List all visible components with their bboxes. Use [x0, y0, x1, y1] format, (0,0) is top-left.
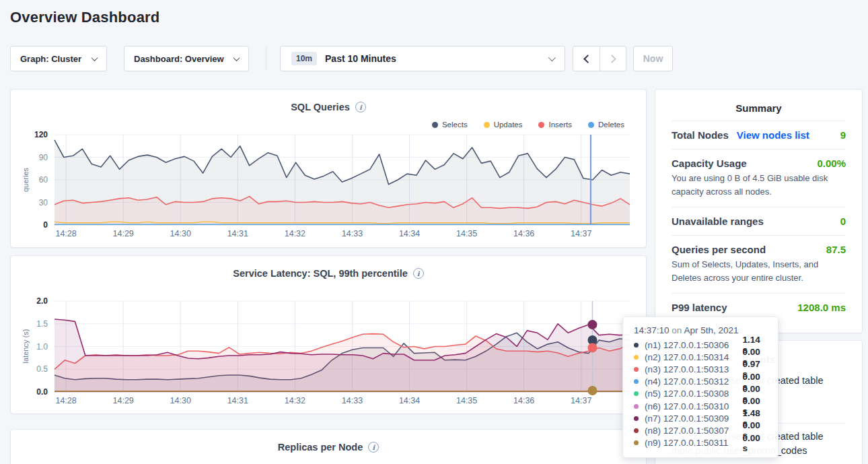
- total-nodes-label: Total Nodes: [672, 129, 729, 141]
- node-color-dot-icon: [634, 367, 639, 372]
- node-color-dot-icon: [634, 428, 639, 433]
- node-address: (n4) 127.0.0.1:50312: [645, 376, 743, 387]
- legend-label: Updates: [494, 121, 523, 129]
- service-latency-chart-title: Service Latency: SQL, 99th percentile: [233, 268, 408, 279]
- qps-value: 87.5: [826, 244, 846, 255]
- time-range-badge: 10m: [291, 52, 317, 65]
- p99-latency-value: 1208.0 ms: [797, 302, 846, 313]
- chart-title-row: Service Latency: SQL, 99th percentile: [11, 268, 646, 279]
- node-color-dot-icon: [634, 391, 639, 396]
- chevron-down-icon: [233, 55, 240, 61]
- node-latency-value: 0.00 s: [743, 433, 767, 453]
- node-address: (n3) 127.0.0.1:50313: [645, 364, 743, 374]
- legend-item[interactable]: Selects: [432, 121, 468, 129]
- node-address: (n8) 127.0.0.1:50307: [645, 426, 743, 436]
- info-icon[interactable]: [413, 268, 424, 279]
- legend-dot-icon: [538, 122, 544, 128]
- replicas-chart-title: Replicas per Node: [278, 442, 363, 453]
- time-window-nav: [573, 46, 626, 71]
- summary-panel: Summary Total Nodes View nodes list 9 Ca…: [655, 89, 863, 333]
- time-range-label: Past 10 Minutes: [325, 53, 396, 64]
- chart-title-row: SQL Queries: [11, 102, 646, 112]
- chart-hover-tooltip: 14:37:10 on Apr 5th, 2021 (n1) 127.0.0.1…: [622, 317, 779, 458]
- node-color-dot-icon: [634, 440, 639, 445]
- next-time-window-button[interactable]: [600, 46, 626, 71]
- legend-dot-icon: [484, 122, 490, 128]
- legend-item[interactable]: Deletes: [588, 121, 624, 129]
- node-address: (n5) 127.0.0.1:50308: [645, 389, 743, 399]
- page-title: Overview Dashboard: [10, 9, 159, 26]
- summary-title: Summary: [672, 90, 846, 114]
- node-address: (n9) 127.0.0.1:50311: [645, 438, 743, 448]
- unavailable-ranges-label: Unavailable ranges: [672, 216, 764, 227]
- toolbar-divider: [266, 47, 266, 70]
- capacity-usage-desc: You are using 0 B of 4.5 GiB usable disk…: [672, 172, 846, 199]
- legend-item[interactable]: Inserts: [538, 121, 572, 129]
- total-nodes-value: 9: [840, 129, 846, 141]
- info-icon[interactable]: [355, 102, 366, 112]
- unavailable-ranges-value: 0: [840, 216, 846, 227]
- summary-row-capacity: Capacity Usage 0.00% You are using 0 B o…: [672, 149, 846, 207]
- capacity-usage-value: 0.00%: [817, 158, 846, 169]
- capacity-usage-label: Capacity Usage: [672, 158, 747, 169]
- tooltip-rows: (n1) 127.0.0.1:50306 1.14 s (n2) 127.0.0…: [634, 339, 767, 449]
- node-address: (n2) 127.0.0.1:50314: [645, 352, 743, 362]
- legend-dot-icon: [588, 122, 594, 128]
- now-button[interactable]: Now: [633, 46, 673, 71]
- node-color-dot-icon: [634, 355, 639, 360]
- legend-label: Selects: [442, 121, 468, 129]
- node-address: (n1) 127.0.0.1:50306: [645, 340, 743, 350]
- chevron-down-icon: [92, 55, 98, 61]
- legend-label: Deletes: [598, 121, 624, 129]
- chart-title-row: Replicas per Node: [11, 442, 646, 453]
- node-color-dot-icon: [634, 379, 639, 384]
- chevron-left-icon: [583, 55, 592, 63]
- dashboard-dropdown-label: Dashboard: Overview: [134, 54, 224, 64]
- summary-row-total-nodes: Total Nodes View nodes list 9: [672, 121, 846, 149]
- summary-row-qps: Queries per second 87.5 Sum of Selects, …: [672, 235, 846, 293]
- qps-desc: Sum of Selects, Updates, Inserts, and De…: [672, 258, 846, 285]
- node-color-dot-icon: [634, 416, 639, 421]
- info-icon[interactable]: [368, 442, 379, 453]
- tooltip-node-row: (n9) 127.0.0.1:50311 0.00 s: [634, 437, 767, 449]
- tooltip-timestamp: 14:37:10 on Apr 5th, 2021: [634, 325, 767, 335]
- service-latency-chart-card[interactable]: Service Latency: SQL, 99th percentile la…: [10, 255, 647, 414]
- summary-row-unavailable: Unavailable ranges 0: [672, 207, 846, 235]
- dashboard-dropdown[interactable]: Dashboard: Overview: [124, 46, 249, 71]
- sql-queries-chart-title: SQL Queries: [291, 102, 350, 112]
- chart-legend: SelectsUpdatesInsertsDeletes: [432, 121, 624, 129]
- node-address: (n6) 127.0.0.1:50310: [645, 401, 743, 411]
- legend-dot-icon: [432, 122, 438, 128]
- legend-item[interactable]: Updates: [484, 121, 523, 129]
- chevron-right-icon: [608, 55, 616, 63]
- node-address: (n7) 127.0.0.1:50309: [645, 413, 743, 424]
- tooltip-on: on: [672, 325, 682, 335]
- tooltip-time: 14:37:10: [634, 325, 670, 335]
- sql-queries-chart-card[interactable]: SQL Queries SelectsUpdatesInsertsDeletes…: [10, 89, 647, 248]
- chevron-down-icon: [548, 54, 556, 61]
- prev-time-window-button[interactable]: [573, 46, 600, 71]
- tooltip-date: Apr 5th, 2021: [684, 325, 738, 335]
- node-color-dot-icon: [634, 343, 639, 347]
- view-nodes-list-link[interactable]: View nodes list: [737, 129, 809, 141]
- time-range-dropdown[interactable]: 10m Past 10 Minutes: [280, 46, 565, 71]
- graph-dropdown-label: Graph: Cluster: [20, 54, 81, 64]
- replicas-per-node-chart-card[interactable]: Replicas per Node: [10, 429, 647, 464]
- graph-dropdown[interactable]: Graph: Cluster: [10, 46, 107, 71]
- p99-latency-label: P99 latency: [672, 302, 727, 313]
- node-color-dot-icon: [634, 404, 639, 409]
- qps-label: Queries per second: [672, 244, 766, 255]
- legend-label: Inserts: [548, 121, 572, 129]
